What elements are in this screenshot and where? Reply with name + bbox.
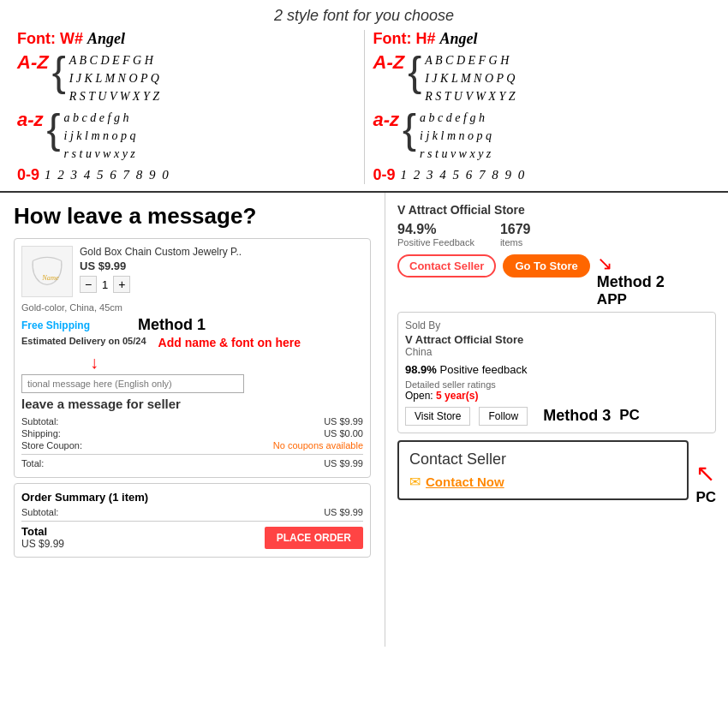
font-upper-left: A-Z { A B C D E F G H I J K L M N O P Q …: [17, 51, 355, 105]
product-meta: Gold-color, China, 45cm: [21, 302, 363, 313]
brace-upper-right: {: [408, 51, 421, 92]
nums-text-left: 1 2 3 4 5 6 7 8 9 0: [45, 168, 170, 182]
feedback-text: Positive feedback: [440, 363, 528, 376]
az-upper-right: A-Z: [373, 53, 405, 72]
items-label: items: [500, 237, 531, 248]
qty-row: − 1 +: [80, 276, 363, 293]
seller-message-label: leave a message for seller: [21, 397, 363, 411]
seller-open-row: Open: 5 year(s): [405, 390, 708, 402]
product-name: Gold Box Chain Custom Jewelry P..: [80, 246, 363, 258]
nums-label-left: 0-9: [17, 166, 39, 184]
font-lower-left: a-z { a b c d e f g h i j k l m n o p q …: [17, 109, 355, 163]
summary-total-label: Total: [21, 525, 64, 538]
items-count: 1679: [500, 222, 531, 237]
shipping-row: Shipping: US $0.00: [21, 428, 363, 439]
nums-text-right: 1 2 3 4 5 6 7 8 9 0: [401, 168, 527, 182]
az-lower-left: a-z: [17, 110, 44, 129]
follow-button[interactable]: Follow: [479, 407, 528, 426]
coupon-value: No coupons available: [273, 440, 363, 451]
brace-upper-left: {: [52, 51, 66, 92]
how-title: How leave a message?: [14, 203, 371, 230]
visit-store-button[interactable]: Visit Store: [405, 407, 470, 426]
total-value: US $9.99: [324, 458, 363, 468]
method3-pc: PC: [695, 489, 716, 505]
product-price: US $9.99: [80, 260, 363, 272]
method1-sub: Add name & font on here: [158, 336, 301, 349]
contact-now-row: ✉ Contact Now: [409, 474, 677, 490]
feedback-pct: 94.9%: [397, 222, 474, 237]
upper-letters-right: A B C D E F G H I J K L M N O P Q R S T …: [425, 51, 515, 105]
lower-letters-left: a b c d e f g h i j k l m n o p q r s t …: [64, 109, 136, 163]
total-label: Total:: [21, 458, 44, 468]
font-header-right: Font: H# Angel: [373, 30, 712, 48]
necklace-icon: Name: [26, 250, 69, 293]
nums-right: 0-9 1 2 3 4 5 6 7 8 9 0: [373, 166, 712, 184]
method2-label: Method 2: [597, 273, 665, 291]
bottom-section: How leave a message? Name Gold Box Chain…: [0, 193, 728, 647]
coupon-row: Store Coupon: No coupons available: [21, 440, 363, 451]
summary-subtotal-value: US $9.99: [324, 507, 363, 517]
product-thumbnail: Name: [21, 246, 73, 297]
detailed-ratings-link[interactable]: Detailed seller ratings: [405, 379, 708, 390]
store-buttons: Contact Seller Go To Store: [397, 254, 590, 277]
seller-feedback-pct: 98.9%: [405, 363, 437, 376]
shipping-label: Shipping:: [21, 428, 61, 439]
seller-store-name: V Attract Official Store: [405, 333, 708, 346]
method3-sub: PC: [619, 407, 640, 426]
font-lower-right: a-z { a b c d e f g h i j k l m n o p q …: [373, 109, 712, 163]
order-totals: Subtotal: US $9.99 Shipping: US $0.00 St…: [21, 416, 363, 468]
summary-total-row: Total US $9.99 PLACE ORDER: [21, 525, 363, 550]
top-section: 2 style font for you choose Font: W# Ang…: [0, 0, 728, 193]
method1-label: Method 1: [104, 316, 206, 334]
nums-label-right: 0-9: [373, 166, 396, 184]
order-top: Name Gold Box Chain Custom Jewelry P.. U…: [21, 246, 363, 297]
store-name: V Attract Official Store: [397, 203, 716, 217]
svg-text:Name: Name: [41, 274, 59, 282]
seller-country: China: [405, 346, 708, 358]
font-header-left: Font: W# Angel: [17, 30, 355, 48]
go-to-store-button[interactable]: Go To Store: [503, 254, 589, 277]
open-years: 5 year(s): [436, 390, 478, 402]
qty-value: 1: [102, 278, 108, 291]
contact-box: Contact Seller ✉ Contact Now: [397, 440, 689, 500]
open-label: Open:: [405, 390, 433, 402]
items-stat: 1679 items: [500, 222, 531, 248]
font-upper-right: A-Z { A B C D E F G H I J K L M N O P Q …: [373, 51, 712, 105]
subtotal-value: US $9.99: [324, 416, 363, 427]
contact-seller-button[interactable]: Contact Seller: [397, 254, 496, 277]
font-col-right: Font: H# Angel A-Z { A B C D E F G H I J…: [364, 30, 720, 184]
az-upper-left: A-Z: [17, 53, 49, 72]
font-label-left: Font: W#: [17, 30, 83, 47]
upper-letters-left: A B C D E F G H I J K L M N O P Q R S T …: [69, 51, 159, 105]
font-label-right: Font: H#: [373, 30, 436, 47]
contact-now-link[interactable]: Contact Now: [426, 474, 504, 489]
font-name-left: Angel: [87, 30, 125, 47]
lower-letters-right: a b c d e f g h i j k l m n o p q r s t …: [420, 109, 492, 163]
place-order-button[interactable]: PLACE ORDER: [265, 527, 363, 549]
summary-subtotal-label: Subtotal:: [21, 507, 58, 517]
subtotal-label: Subtotal:: [21, 416, 58, 427]
subtotal-row: Subtotal: US $9.99: [21, 416, 363, 427]
shipping-value: US $0.00: [324, 428, 363, 439]
top-title: 2 style font for you choose: [9, 7, 719, 25]
summary-subtotal-row: Subtotal: US $9.99: [21, 507, 363, 517]
arrow-down: ↓: [90, 353, 363, 373]
delivery-text: Estimated Delivery on 05/24: [21, 336, 146, 346]
feedback-label: Positive Feedback: [397, 237, 474, 248]
message-input[interactable]: [21, 374, 244, 393]
qty-decrease-button[interactable]: −: [80, 276, 97, 293]
az-lower-right: a-z: [373, 110, 400, 129]
font-col-left: Font: W# Angel A-Z { A B C D E F G H I J…: [9, 30, 364, 184]
sold-by-label: Sold By: [405, 319, 708, 331]
total-row: Total: US $9.99: [21, 458, 363, 468]
qty-increase-button[interactable]: +: [113, 276, 130, 293]
seller-feedback-row: 98.9% Positive feedback: [405, 363, 708, 376]
seller-info-box: Sold By V Attract Official Store China 9…: [397, 312, 716, 433]
nums-left: 0-9 1 2 3 4 5 6 7 8 9 0: [17, 166, 355, 184]
brace-lower-left: {: [47, 109, 61, 150]
order-card: Name Gold Box Chain Custom Jewelry P.. U…: [14, 238, 371, 478]
font-columns: Font: W# Angel A-Z { A B C D E F G H I J…: [9, 30, 719, 184]
mail-icon: ✉: [409, 474, 421, 490]
order-summary-title: Order Summary (1 item): [21, 491, 363, 504]
product-info: Gold Box Chain Custom Jewelry P.. US $9.…: [80, 246, 363, 297]
